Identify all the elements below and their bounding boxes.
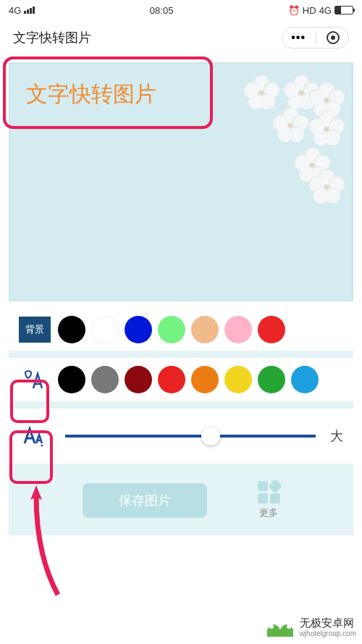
svg-point-2 — [287, 624, 291, 629]
bg-swatch-white[interactable] — [91, 316, 119, 343]
network-label: 4G — [9, 5, 21, 16]
save-image-button[interactable]: 保存图片 — [83, 483, 207, 518]
text-swatch-blue[interactable] — [291, 366, 319, 393]
clock: 08:05 — [150, 5, 174, 16]
page-title: 文字快转图片 — [13, 29, 91, 46]
background-label: 背景 — [19, 317, 51, 343]
text-swatch-green[interactable] — [258, 366, 285, 393]
text-swatch-darkred[interactable] — [125, 366, 152, 393]
watermark: 无极安卓网 wjhotelgroup.com — [264, 615, 356, 640]
image-canvas[interactable]: 文字快转图片 — [9, 62, 353, 301]
bg-swatch-black[interactable] — [58, 316, 85, 343]
more-icon — [258, 481, 280, 503]
text-swatch-yellow[interactable] — [224, 366, 252, 393]
mini-program-controls: ••• — [282, 27, 349, 49]
text-swatch-black[interactable] — [58, 366, 85, 393]
text-color-row — [9, 358, 353, 401]
font-size-button[interactable] — [19, 422, 51, 451]
bg-swatch-green[interactable] — [158, 316, 185, 343]
bg-swatch-red[interactable] — [258, 316, 285, 343]
app-header: 文字快转图片 ••• — [0, 20, 362, 55]
bg-swatch-pink[interactable] — [224, 316, 252, 343]
controls-panel: 背景 — [9, 309, 353, 535]
text-swatches — [58, 366, 319, 393]
text-swatch-gray[interactable] — [91, 366, 119, 393]
watermark-url: wjhotelgroup.com — [300, 630, 356, 637]
network2-label: 4G — [319, 5, 332, 16]
watermark-logo-icon — [264, 615, 296, 640]
bg-swatch-tan[interactable] — [191, 316, 219, 343]
bg-swatches — [58, 316, 285, 343]
status-bar: 4G 08:05 ⏰ HD 4G — [0, 0, 362, 20]
text-color-button[interactable] — [19, 365, 51, 394]
slider-thumb[interactable] — [201, 427, 220, 446]
size-label: 大 — [330, 427, 343, 445]
alarm-icon: ⏰ — [288, 5, 300, 16]
more-button[interactable]: 更多 — [258, 481, 280, 519]
font-size-slider[interactable] — [65, 435, 316, 438]
text-swatch-orange[interactable] — [191, 366, 219, 393]
close-button[interactable] — [327, 31, 340, 44]
background-color-row: 背景 — [9, 309, 353, 351]
watermark-title: 无极安卓网 — [300, 617, 356, 630]
hd-label: HD — [303, 5, 316, 16]
font-size-row: 大 — [9, 409, 353, 464]
battery-icon — [334, 6, 353, 14]
flower-decoration — [222, 71, 345, 209]
more-label: 更多 — [259, 506, 278, 519]
text-color-icon — [22, 368, 48, 391]
action-row: 保存图片 更多 — [9, 471, 353, 535]
bg-swatch-blue[interactable] — [125, 316, 152, 343]
signal-icon — [24, 7, 35, 14]
font-size-icon — [22, 425, 48, 448]
svg-point-0 — [269, 624, 274, 629]
svg-point-1 — [278, 623, 282, 627]
text-swatch-red[interactable] — [158, 366, 185, 393]
more-menu-button[interactable]: ••• — [291, 31, 306, 44]
